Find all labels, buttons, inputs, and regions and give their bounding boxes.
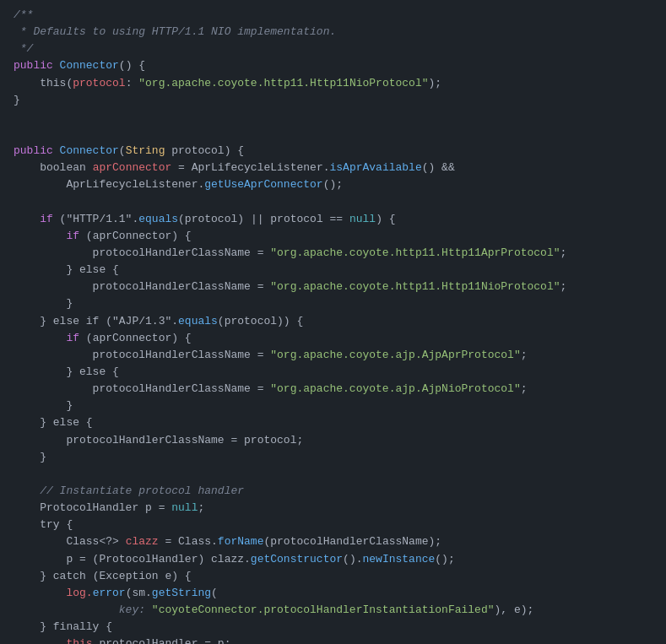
code-line: } else { <box>0 262 666 279</box>
line-content <box>0 126 663 143</box>
line-content: public Connector(String protocol) { <box>0 143 663 160</box>
code-line: if (aprConnector) { <box>0 330 666 347</box>
token: ; <box>560 246 567 259</box>
code-line: * Defaults to using HTTP/1.1 NIO impleme… <box>0 24 666 41</box>
token: try { <box>14 518 73 531</box>
token: ProtocolHandler p = <box>14 501 171 514</box>
line-content: key: "coyoteConnector.protocolHandlerIns… <box>0 602 663 619</box>
token: this. <box>14 637 99 644</box>
token: getString <box>152 587 211 599</box>
line-content: this.protocolHandler = p; <box>0 636 663 644</box>
token: Connector <box>60 144 119 157</box>
line-content: } <box>0 398 663 414</box>
token: boolean <box>14 161 93 174</box>
token: getConstructor <box>251 553 343 566</box>
token: "org.apache.coyote.http11.Http11NioProto… <box>270 280 560 293</box>
token: (). <box>343 553 362 566</box>
code-line: protocolHandlerClassName = "org.apache.c… <box>0 381 666 398</box>
token: } <box>14 297 73 310</box>
token: forName <box>218 535 264 548</box>
token: } else if <box>14 315 106 327</box>
token: (aprConnector) { <box>86 230 192 242</box>
token: (Exception e) { <box>93 570 192 582</box>
line-content: */ <box>0 41 663 57</box>
token: // Instantiate protocol handler <box>14 484 244 497</box>
token: AprLifecycleListener. <box>14 178 204 191</box>
line-content: public Connector() { <box>0 57 663 74</box>
token: } else { <box>14 416 93 429</box>
code-line: // Instantiate protocol handler <box>0 483 666 500</box>
code-line: } <box>0 449 666 466</box>
token: () { <box>119 59 145 72</box>
token: protocolHandlerClassName = <box>14 280 270 293</box>
line-content: } <box>0 449 663 466</box>
token: . <box>171 315 178 327</box>
code-line: } else { <box>0 364 666 381</box>
token: null <box>171 501 198 514</box>
line-content: this(protocol: "org.apache.coyote.http11… <box>0 75 663 92</box>
code-line: } <box>0 92 666 109</box>
token: getUseAprConnector <box>204 178 322 191</box>
token: error <box>93 587 126 599</box>
token: (aprConnector) { <box>86 332 192 344</box>
code-line <box>0 126 666 143</box>
token: protocolHandlerClassName = protocol; <box>14 434 303 446</box>
token: public <box>14 59 60 72</box>
line-content: Class<?> clazz = Class.forName(protocolH… <box>0 533 663 550</box>
code-line: public Connector() { <box>0 57 666 74</box>
token: } finally { <box>14 620 112 633</box>
token: (); <box>435 553 454 566</box>
token: equals <box>178 315 218 327</box>
line-content: } finally { <box>0 619 663 636</box>
code-line: AprLifecycleListener.getUseAprConnector(… <box>0 176 666 193</box>
line-content <box>0 194 663 211</box>
code-line: protocolHandlerClassName = "org.apache.c… <box>0 347 666 364</box>
code-line: public Connector(String protocol) { <box>0 143 666 160</box>
line-content: if (aprConnector) { <box>0 330 663 347</box>
code-line: boolean aprConnector = AprLifecycleListe… <box>0 160 666 176</box>
code-line <box>0 109 666 126</box>
token: (sm. <box>126 587 152 599</box>
token: ; <box>198 501 204 514</box>
code-line: } <box>0 398 666 414</box>
line-content: } else { <box>0 364 663 381</box>
code-line: try { <box>0 517 666 533</box>
token: clazz <box>119 535 159 548</box>
code-editor: /** * Defaults to using HTTP/1.1 NIO imp… <box>0 0 666 644</box>
line-content: p = (ProtocolHandler) clazz.getConstruct… <box>0 551 663 568</box>
token: : <box>126 77 139 89</box>
token: null <box>349 213 376 225</box>
token: ); <box>429 77 442 89</box>
code-line: */ <box>0 41 666 57</box>
code-line: if (aprConnector) { <box>0 228 666 245</box>
line-content: } catch (Exception e) { <box>0 568 663 585</box>
token: } <box>14 399 73 412</box>
line-content: protocolHandlerClassName = "org.apache.c… <box>0 381 663 398</box>
token: "coyoteConnector.protocolHandlerInstanti… <box>152 603 495 616</box>
token: ), e); <box>495 603 534 616</box>
code-line: p = (ProtocolHandler) clazz.getConstruct… <box>0 551 666 568</box>
token: = AprLifecycleListener. <box>171 161 329 174</box>
line-content: AprLifecycleListener.getUseAprConnector(… <box>0 176 663 193</box>
token: ("AJP/1.3" <box>106 315 171 327</box>
token: protocolHandlerClassName = <box>14 382 270 395</box>
token: ; <box>521 382 528 395</box>
token: /** <box>14 8 33 21</box>
line-content: * Defaults to using HTTP/1.1 NIO impleme… <box>0 24 663 41</box>
code-line: if ("HTTP/1.1".equals(protocol) || proto… <box>0 211 666 228</box>
token: ) { <box>376 213 395 225</box>
token: ; <box>521 349 528 361</box>
token: ( <box>211 587 218 599</box>
code-line: key: "coyoteConnector.protocolHandlerIns… <box>0 602 666 619</box>
token: public <box>14 144 60 157</box>
token: } else { <box>14 263 119 276</box>
token: (protocolHandlerClassName); <box>263 535 441 548</box>
line-content: protocolHandlerClassName = "org.apache.c… <box>0 245 663 262</box>
code-line: ProtocolHandler p = null; <box>0 500 666 517</box>
token: log. <box>14 587 93 599</box>
code-line <box>0 466 666 483</box>
token: (); <box>323 178 343 191</box>
token: ; <box>560 280 567 293</box>
token: aprConnector <box>93 161 172 174</box>
token: (protocol)) { <box>218 315 303 327</box>
